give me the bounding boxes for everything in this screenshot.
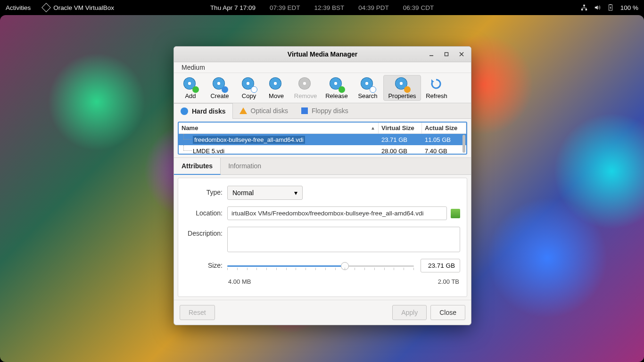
window-title: Virtual Media Manager (288, 50, 357, 58)
col-actual-size[interactable]: Actual Size (422, 123, 466, 133)
clock-main[interactable]: Thu Apr 7 17:09 (210, 4, 256, 11)
size-max-label: 2.00 TB (438, 278, 459, 285)
app-menu[interactable]: Oracle VM VirtualBox (43, 4, 114, 11)
gnome-topbar: Activities Oracle VM VirtualBox Thu Apr … (0, 0, 644, 15)
description-label: Description: (185, 227, 227, 237)
disk-icon (181, 107, 188, 115)
toolbar-copy[interactable]: Copy (235, 75, 263, 101)
apply-button: Apply (392, 305, 427, 320)
attributes-form: Type: Normal▾ Location: irtualBox VMs/Fr… (178, 178, 467, 297)
scrollbar[interactable] (462, 135, 465, 153)
minimize-button[interactable] (425, 48, 438, 61)
tree-branch-icon (183, 145, 192, 151)
toolbar-create[interactable]: Create (204, 75, 235, 101)
size-label: Size: (185, 259, 227, 269)
media-type-tabs: Hard disks Optical disks Floppy disks (174, 103, 471, 119)
close-button[interactable] (455, 48, 468, 61)
world-clock-edt: 07:39 EDT (270, 4, 300, 11)
maximize-button[interactable] (440, 48, 453, 61)
description-textarea[interactable] (227, 227, 460, 252)
copy-icon (251, 86, 257, 93)
table-row[interactable]: LMDE 5.vdi 28.00 GB 7.40 GB (179, 145, 466, 155)
plus-icon (192, 86, 199, 93)
svg-rect-4 (610, 4, 611, 5)
tab-hard-disks[interactable]: Hard disks (174, 103, 233, 119)
browse-location-button[interactable] (451, 209, 460, 218)
volume-icon (594, 4, 601, 11)
size-slider[interactable] (227, 261, 414, 271)
toolbar-release[interactable]: Release (321, 75, 352, 101)
gear-icon (404, 86, 411, 93)
location-input[interactable]: irtualBox VMs/Freedombox/freedombox-bull… (227, 206, 447, 220)
col-virtual-size[interactable]: Virtual Size (379, 123, 422, 133)
window-titlebar[interactable]: Virtual Media Manager (174, 47, 471, 62)
tab-information[interactable]: Information (221, 158, 269, 174)
world-clock-bst: 12:39 BST (314, 4, 345, 11)
toolbar-move[interactable]: Move (263, 75, 290, 101)
toolbar-refresh[interactable]: Refresh (421, 75, 452, 101)
table-header: Name▲ Virtual Size Actual Size (179, 123, 466, 134)
virtualbox-icon (41, 3, 51, 12)
arrow-icon (339, 86, 345, 93)
reset-button: Reset (180, 305, 215, 320)
type-select[interactable]: Normal▾ (227, 186, 303, 200)
system-tray[interactable]: 100 % (581, 4, 638, 11)
toolbar-properties[interactable]: Properties (383, 75, 421, 101)
col-name[interactable]: Name▲ (179, 123, 379, 133)
menu-medium[interactable]: Medium (179, 63, 208, 72)
svg-rect-1 (581, 9, 583, 11)
world-clock-pdt: 04:39 PDT (358, 4, 389, 11)
toolbar-add[interactable]: Add (177, 75, 204, 101)
toolbar-remove: Remove (290, 75, 321, 101)
location-label: Location: (185, 206, 227, 217)
svg-rect-2 (585, 9, 587, 11)
sort-asc-icon: ▲ (371, 125, 375, 131)
chevron-down-icon: ▾ (294, 189, 297, 197)
size-input[interactable]: 23.71 GB (421, 259, 460, 272)
type-label: Type: (185, 186, 227, 196)
battery-percent: 100 % (620, 4, 638, 11)
virtual-media-manager-window: Virtual Media Manager Medium Add Create … (173, 46, 471, 325)
table-row[interactable]: freedombox-bullseye-free_all-amd64.vdi 2… (179, 134, 466, 145)
svg-rect-6 (445, 52, 448, 56)
detail-tabs: Attributes Information (174, 157, 471, 175)
menubar: Medium (174, 62, 471, 73)
tab-optical-disks[interactable]: Optical disks (233, 103, 295, 118)
refresh-icon (429, 77, 443, 90)
warning-icon (239, 107, 247, 114)
activities-button[interactable]: Activities (6, 4, 31, 11)
new-icon (222, 86, 228, 93)
tab-attributes[interactable]: Attributes (174, 158, 221, 175)
network-icon (581, 4, 587, 11)
search-icon (370, 86, 376, 93)
size-min-label: 4.00 MB (228, 278, 251, 285)
toolbar: Add Create Copy Move Remove Release Sear… (174, 73, 471, 103)
tree-branch-icon (183, 134, 192, 140)
battery-icon (607, 4, 614, 11)
svg-rect-0 (583, 5, 585, 7)
dialog-footer: Reset Apply Close (174, 300, 471, 325)
media-table[interactable]: Name▲ Virtual Size Actual Size freedombo… (178, 122, 467, 155)
floppy-icon (301, 107, 308, 114)
tab-floppy-disks[interactable]: Floppy disks (295, 103, 355, 118)
world-clock-cdt: 06:39 CDT (403, 4, 434, 11)
close-dialog-button[interactable]: Close (430, 305, 465, 320)
toolbar-search[interactable]: Search (352, 75, 383, 101)
